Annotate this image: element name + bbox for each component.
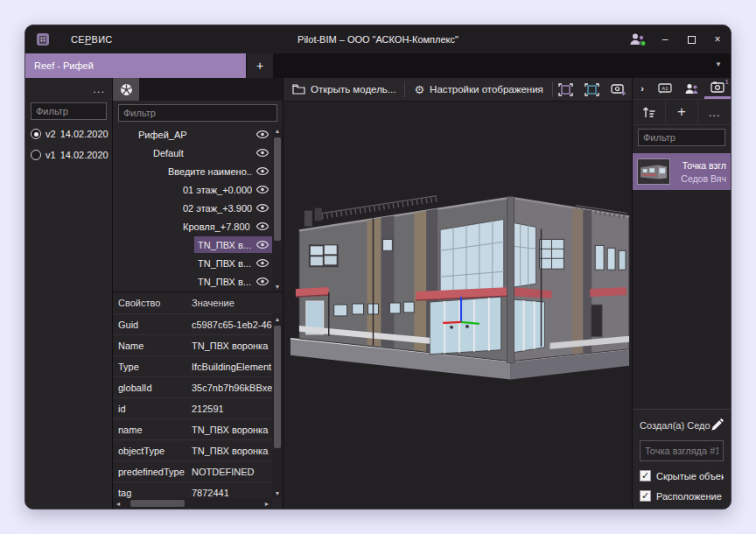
tree-item[interactable]: TN_ПВХ в... [113, 254, 272, 272]
tree-item-highlight: 02 этаж_+3.900 [179, 200, 272, 216]
add-viewpoint-list-button[interactable]: + [665, 100, 698, 124]
viewpoint-details: Создал(а) Седо ✓Скрытые объек✓Расположен… [633, 409, 731, 509]
tree-item-highlight: Введите наимено... [164, 163, 272, 179]
viewpoints-more-button[interactable]: ... [697, 100, 731, 124]
property-key: globalId [118, 383, 192, 393]
property-row[interactable]: objectTypeTN_ПВХ воронка [113, 439, 272, 460]
viewpoint-item[interactable]: Точка взгл Седов Вяч [633, 153, 731, 190]
version-list: v214.02.2020v114.02.2020 [25, 123, 112, 165]
sort-button[interactable] [633, 100, 665, 124]
property-row[interactable]: id212591 [113, 397, 272, 418]
tree-item[interactable]: Default [113, 144, 272, 162]
viewpoints-count-badge: 1 [725, 78, 729, 86]
tab-model-structure[interactable] [113, 78, 139, 101]
props-vscrollbar[interactable]: ▲ ▼ [272, 313, 283, 498]
menu-service[interactable]: СЕРВИС [71, 34, 113, 45]
versions-filter-input[interactable] [31, 102, 107, 120]
eye-visibility-icon[interactable] [253, 222, 269, 230]
scroll-thumb[interactable] [274, 137, 281, 241]
scroll-thumb[interactable] [274, 326, 281, 448]
edit-pencil-icon[interactable] [710, 418, 724, 432]
version-row[interactable]: v114.02.2020 [25, 144, 112, 165]
property-row[interactable]: predefinedTypeNOTDEFINED [113, 460, 272, 481]
eye-visibility-icon[interactable] [253, 130, 269, 138]
eye-visibility-icon[interactable] [253, 278, 269, 285]
structure-filter-input[interactable] [118, 104, 277, 122]
tree-item[interactable]: Кровля_+7.800 [113, 217, 272, 235]
scroll-down-icon[interactable]: ▼ [272, 488, 283, 498]
tab-participants[interactable] [678, 78, 704, 99]
tree-item[interactable]: TN_ПВХ в... [113, 235, 272, 254]
property-row[interactable]: globalId35c7nb7h96kBBxes [113, 376, 272, 397]
tree-item-label: Кровля_+7.800 [183, 221, 250, 232]
viewpoint-option[interactable]: ✓Расположение [640, 490, 724, 502]
scroll-right-icon[interactable]: ► [262, 501, 272, 507]
document-tab-strip: Reef - Рифей + ▼ [25, 53, 731, 78]
scroll-up-icon[interactable]: ▲ [272, 313, 283, 324]
eye-visibility-icon[interactable] [253, 204, 269, 212]
scroll-down-icon[interactable]: ▼ [272, 281, 283, 292]
open-model-label: Открыть модель... [311, 84, 396, 95]
property-row[interactable]: NameTN_ПВХ воронка [113, 334, 272, 355]
property-value: 212591 [192, 404, 272, 414]
version-row[interactable]: v214.02.2020 [25, 123, 112, 144]
scroll-thumb[interactable] [130, 500, 185, 507]
viewpoints-filter-input[interactable] [638, 129, 725, 146]
property-value: 35c7nb7h96kBBxes [192, 383, 272, 393]
tree-item[interactable]: 01 этаж_+0.000 [113, 180, 272, 199]
checkbox-icon[interactable]: ✓ [640, 490, 651, 502]
eye-visibility-icon[interactable] [253, 167, 269, 175]
people-icon [684, 83, 699, 95]
user-status-button[interactable] [626, 28, 652, 51]
props-hscrollbar[interactable]: ◄ ► [113, 498, 272, 509]
tab-overflow-chevron[interactable]: ▼ [715, 60, 722, 68]
building-model-3d[interactable] [284, 102, 632, 509]
minimize-button[interactable]: – [652, 28, 678, 51]
tab-annotations[interactable]: A1 [652, 78, 678, 99]
checkbox-icon[interactable]: ✓ [640, 470, 651, 481]
tree-item[interactable]: Введите наимено... [113, 162, 272, 180]
tab-reef-rifey[interactable]: Reef - Рифей [25, 53, 246, 78]
viewport-3d[interactable] [284, 102, 632, 509]
versions-more-button[interactable]: ... [93, 82, 105, 95]
select-crossing-button[interactable] [579, 78, 606, 101]
eye-visibility-icon[interactable] [253, 186, 269, 193]
open-model-button[interactable]: Открыть модель... [284, 78, 404, 101]
property-value: c5987c65-1eb2-46b [192, 320, 272, 330]
gear-icon: ⚙ [414, 83, 424, 96]
scroll-left-icon[interactable]: ◄ [113, 501, 123, 507]
add-viewpoint-button[interactable] [606, 78, 632, 101]
display-settings-button[interactable]: ⚙ Настройки отображения [405, 78, 551, 101]
close-button[interactable]: × [704, 28, 731, 51]
version-name: v1 [46, 150, 56, 160]
selection-frame-teal-icon [584, 83, 599, 96]
tree-item[interactable]: TN_ПВХ в... [113, 272, 272, 291]
tree-scrollbar[interactable]: ▲ ▼ [272, 125, 283, 292]
eye-visibility-icon[interactable] [253, 241, 269, 249]
tree-item-label: 01 этаж_+0.000 [183, 185, 252, 195]
viewpoint-option[interactable]: ✓Скрытые объек [640, 470, 724, 481]
collapse-panel-button[interactable]: › [633, 78, 652, 99]
version-radio[interactable] [31, 150, 41, 160]
new-tab-button[interactable]: + [247, 53, 273, 78]
tree-item-label: TN_ПВХ в... [198, 240, 251, 250]
scroll-up-icon[interactable]: ▲ [272, 125, 283, 136]
property-value: 7872441 [192, 488, 272, 498]
tab-viewpoints[interactable]: 1 [704, 78, 731, 99]
version-radio[interactable] [31, 129, 41, 139]
property-row[interactable]: nameTN_ПВХ воронка [113, 418, 272, 439]
props-header-row: СвойствоЗначение [113, 292, 272, 313]
tab-label: Reef - Рифей [34, 60, 94, 71]
tree-item[interactable]: Рифей_АР [113, 125, 272, 144]
viewpoints-list-empty[interactable] [633, 190, 731, 409]
tree-item[interactable]: 02 этаж_+3.900 [113, 199, 272, 217]
property-row[interactable]: TypeIfcBuildingElement [113, 355, 272, 376]
props-header-value: Значение [192, 298, 272, 308]
eye-visibility-icon[interactable] [253, 149, 269, 157]
select-rectangle-button[interactable] [553, 78, 579, 101]
eye-visibility-icon[interactable] [253, 259, 269, 267]
viewpoint-name-input[interactable] [640, 440, 724, 461]
maximize-button[interactable] [678, 28, 704, 51]
tree-item-highlight: Кровля_+7.800 [179, 218, 272, 235]
property-row[interactable]: Guidc5987c65-1eb2-46b [113, 313, 272, 334]
